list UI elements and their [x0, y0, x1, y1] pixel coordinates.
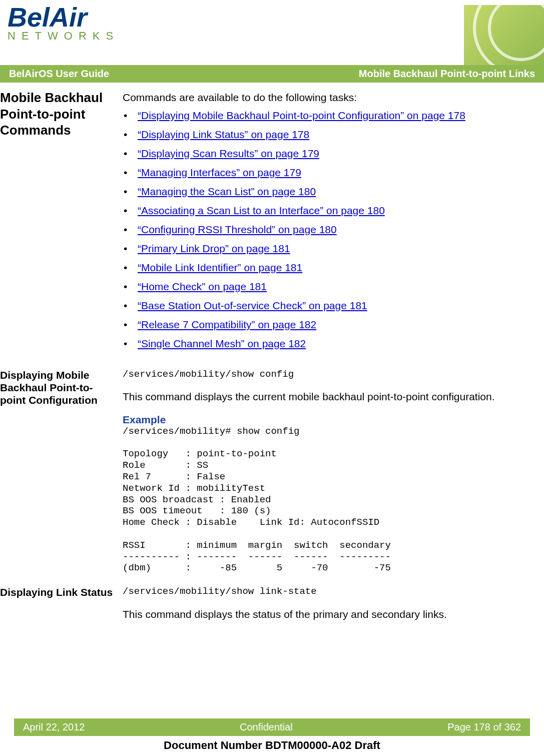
toc-link[interactable]: “Configuring RSSI Threshold” on page 180	[138, 224, 337, 235]
footer-bar: April 22, 2012 Confidential Page 178 of …	[14, 718, 530, 736]
toc-link[interactable]: “Displaying Mobile Backhaul Point-to-poi…	[138, 110, 465, 121]
list-item: “Associating a Scan List to an Interface…	[138, 205, 529, 217]
intro-text: Commands are available to do the followi…	[123, 90, 529, 106]
command-description: This command displays the status of the …	[123, 606, 529, 622]
section-link-status: Displaying Link Status /services/mobilit…	[0, 586, 544, 626]
toc-link[interactable]: “Base Station Out-of-service Check” on p…	[138, 300, 367, 311]
toc-link[interactable]: “Release 7 Compatibility” on page 182	[138, 319, 316, 330]
list-item: “Primary Link Drop” on page 181	[138, 243, 529, 255]
list-item: “Release 7 Compatibility” on page 182	[138, 319, 529, 331]
list-item: “Base Station Out-of-service Check” on p…	[138, 300, 529, 312]
footer-date: April 22, 2012	[23, 721, 85, 733]
subsection-heading-config: Displaying Mobile Backhaul Point-to-poin…	[0, 369, 114, 407]
list-item: “Displaying Mobile Backhaul Point-to-poi…	[138, 110, 529, 122]
logo-main-text: BelAir	[8, 5, 119, 30]
toc-link[interactable]: “Displaying Scan Results” on page 179	[138, 148, 319, 159]
list-item: “Single Channel Mesh” on page 182	[138, 338, 529, 350]
brand-logo: BelAir NETWORKS	[8, 5, 119, 43]
section-displaying-config: Displaying Mobile Backhaul Point-to-poin…	[0, 369, 544, 574]
decorative-swirl-icon	[464, 5, 544, 65]
footer-page: Page 178 of 362	[447, 721, 521, 733]
toc-link[interactable]: “Mobile Link Identifier” on page 181	[138, 262, 302, 273]
subsection-heading-linkstatus: Displaying Link Status	[0, 586, 114, 598]
document-number: Document Number BDTM00000-A02 Draft	[0, 739, 544, 752]
example-output: /services/mobility# show config Topology…	[123, 426, 529, 574]
toc-link[interactable]: “Managing Interfaces” on page 179	[138, 167, 301, 178]
logo-sub-text: NETWORKS	[8, 30, 119, 43]
example-label: Example	[123, 414, 529, 426]
toc-link-list: “Displaying Mobile Backhaul Point-to-poi…	[123, 110, 529, 350]
command-description: This command displays the current mobile…	[123, 389, 529, 405]
footer-confidential: Confidential	[240, 721, 293, 733]
list-item: “Managing the Scan List” on page 180	[138, 186, 529, 198]
list-item: “Mobile Link Identifier” on page 181	[138, 262, 529, 274]
toc-link[interactable]: “Associating a Scan List to an Interface…	[138, 205, 385, 216]
command-syntax: /services/mobility/show config	[123, 369, 529, 380]
page-header: BelAir NETWORKS	[0, 0, 544, 65]
content-area: Mobile Backhaul Point-to-point Commands …	[0, 83, 544, 357]
list-item: “Home Check” on page 181	[138, 281, 529, 293]
toc-link[interactable]: “Managing the Scan List” on page 180	[138, 186, 316, 197]
list-item: “Configuring RSSI Threshold” on page 180	[138, 224, 529, 236]
toc-link[interactable]: “Displaying Link Status” on page 178	[138, 129, 309, 140]
command-syntax: /services/mobility/show link-state	[123, 586, 529, 597]
list-item: “Managing Interfaces” on page 179	[138, 167, 529, 179]
list-item: “Displaying Scan Results” on page 179	[138, 148, 529, 160]
toc-link[interactable]: “Home Check” on page 181	[138, 281, 267, 292]
title-bar: BelAirOS User Guide Mobile Backhaul Poin…	[0, 65, 544, 83]
list-item: “Displaying Link Status” on page 178	[138, 129, 529, 141]
toc-link[interactable]: “Single Channel Mesh” on page 182	[138, 338, 306, 349]
guide-title: BelAirOS User Guide	[9, 68, 109, 80]
section-heading-commands: Mobile Backhaul Point-to-point Commands	[0, 90, 114, 139]
toc-link[interactable]: “Primary Link Drop” on page 181	[138, 243, 290, 254]
chapter-title: Mobile Backhaul Point-to-point Links	[359, 68, 535, 80]
